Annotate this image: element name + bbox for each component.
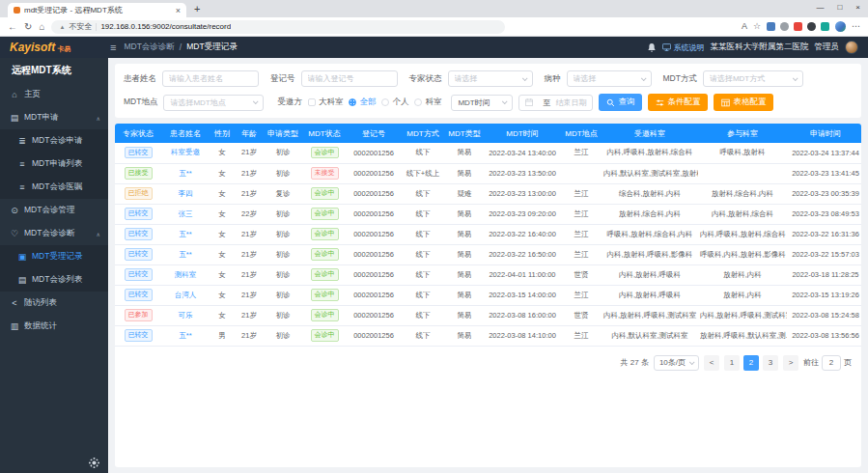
register-no-input[interactable] xyxy=(301,70,398,87)
extension-blue-icon[interactable] xyxy=(767,22,775,31)
table-row[interactable]: 已参加可乐女21岁初诊会诊中0002001256线下简易2022-03-08 1… xyxy=(115,305,861,325)
sidebar-item-2[interactable]: ▤MDT申请∧ xyxy=(0,106,108,129)
expert-status-tag-td: 已转交 xyxy=(115,264,161,285)
read-aloud-icon[interactable]: A xyxy=(742,22,747,31)
sidebar-toggle-icon[interactable]: ≡ xyxy=(110,42,116,53)
bookmark-star-icon[interactable]: ☆ xyxy=(753,22,761,31)
patient-name-link-td: 台湾人 xyxy=(161,285,210,305)
table-row[interactable]: 已转交科室受邀女21岁初诊会诊中0002001256线下简易2022-03-24… xyxy=(115,143,861,163)
back-icon[interactable]: ← xyxy=(8,22,17,32)
condition-config-button[interactable]: 条件配置 xyxy=(648,94,708,111)
browser-tab[interactable]: mdt受理记录 - 远程MDT系统 × xyxy=(8,3,186,17)
prev-page-button[interactable]: < xyxy=(704,355,719,371)
extension-red-icon[interactable] xyxy=(794,22,802,31)
sidebar-item-1[interactable]: ⌂主页 xyxy=(0,83,108,106)
window-close-button[interactable]: × xyxy=(855,3,860,12)
mdt-time-select[interactable]: MDT时间 xyxy=(451,95,513,111)
refresh-icon[interactable]: ↻ xyxy=(24,22,32,32)
address-bar[interactable]: ▲ 不安全 192.168.0.156:9002/consultate/reco… xyxy=(51,20,505,34)
radio-department[interactable]: 科室 xyxy=(414,97,441,108)
page-button-2[interactable]: 2 xyxy=(743,355,759,371)
sidebar-item-10[interactable]: <随访列表 xyxy=(0,292,108,315)
browser-profile-avatar[interactable] xyxy=(835,21,846,32)
patient-name-link[interactable]: 可乐 xyxy=(179,311,193,320)
page-button-3[interactable]: 3 xyxy=(763,355,778,371)
patient-name-link[interactable]: 李四 xyxy=(179,189,193,198)
settings-gear-icon[interactable] xyxy=(89,458,99,468)
window-maximize-button[interactable]: □ xyxy=(837,3,842,12)
big-dept-checkbox-label: 大科室 xyxy=(319,97,344,108)
radio-personal[interactable]: 个人 xyxy=(381,97,408,108)
next-page-button[interactable]: > xyxy=(783,355,798,371)
chevron-up-icon: ∧ xyxy=(97,115,100,122)
radio-all[interactable]: 全部 xyxy=(349,97,376,108)
expert-status-tag: 已转交 xyxy=(125,208,153,219)
mdt-location-select[interactable]: 请选择MDT地点 xyxy=(163,95,264,111)
patient-name-link[interactable]: 科室受邀 xyxy=(171,148,200,156)
sidebar-item-9[interactable]: ▤MDT会诊列表 xyxy=(0,268,108,292)
expert-status-tag: 已拒绝 xyxy=(125,187,153,199)
table-config-icon xyxy=(721,98,730,107)
new-tab-button[interactable]: + xyxy=(194,4,200,14)
patient-name-link[interactable]: 台湾人 xyxy=(175,291,197,299)
patient-name-link[interactable]: 张三 xyxy=(179,209,193,218)
date-range-picker[interactable]: 至 结束日期 xyxy=(518,95,593,111)
goto-page-input[interactable] xyxy=(822,355,841,371)
expert-status-tag: 已接受 xyxy=(125,167,153,179)
browser-menu-icon[interactable]: ⋯ xyxy=(852,22,860,31)
mdt-mode-cell-td: 线下 xyxy=(401,285,445,305)
table-config-button[interactable]: 表格配置 xyxy=(714,94,773,111)
page-size-select[interactable]: 10条/页 xyxy=(654,355,699,371)
patient-name-input[interactable] xyxy=(162,70,259,87)
page-button-1[interactable]: 1 xyxy=(724,355,740,371)
sidebar-item-11[interactable]: ▥数据统计 xyxy=(0,315,108,338)
table-row[interactable]: 已转交台湾人女21岁初诊会诊中0002001256线下简易2022-03-15 … xyxy=(115,285,861,305)
column-header-10: MDT时间 xyxy=(484,124,561,143)
table-row[interactable]: 已拒绝李四女21岁复诊会诊中0002001256线下疑难2022-03-23 1… xyxy=(115,183,861,204)
patient-name-link[interactable]: 五** xyxy=(179,169,191,178)
table-row[interactable]: 已转交张三女22岁初诊会诊中0002001256线下简易2022-03-23 0… xyxy=(115,204,861,224)
expert-status-select[interactable]: 请选择 xyxy=(448,70,533,87)
patient-name-link[interactable]: 五** xyxy=(179,331,191,340)
user-avatar[interactable] xyxy=(845,41,858,54)
register-no-cell-td: 0002001256 xyxy=(347,264,401,285)
notification-bell-icon[interactable] xyxy=(647,42,657,53)
window-minimize-button[interactable]: — xyxy=(816,3,824,12)
chevron-down-icon xyxy=(502,98,508,104)
extension-teal-icon[interactable] xyxy=(821,22,829,31)
disease-select[interactable]: 请选择 xyxy=(567,70,652,87)
patient-name-link[interactable]: 五** xyxy=(179,230,191,238)
sidebar-item-3[interactable]: ≣MDT会诊申请 xyxy=(0,129,108,153)
table-row[interactable]: 已转交五**女21岁初诊会诊中0002001256线下简易2022-03-22 … xyxy=(115,224,861,244)
mdt-type-cell-td: 简易 xyxy=(445,285,484,305)
patient-name-link[interactable]: 五** xyxy=(179,250,191,259)
sidebar-item-8[interactable]: ▣MDT受理记录 xyxy=(0,245,108,268)
patient-name-link[interactable]: 测科室 xyxy=(175,270,197,279)
sidebar-item-6[interactable]: ⊙MDT会诊管理 xyxy=(0,199,108,222)
sidebar-item-label: MDT会诊医嘱 xyxy=(32,181,82,193)
system-note-link[interactable]: 系统说明 xyxy=(662,42,705,53)
mdt-mode-cell-td: 线下 xyxy=(401,204,445,224)
records-table: 专家状态患者姓名性别年龄申请类型MDT状态登记号MDT方式MDT类型MDT时间M… xyxy=(115,124,861,347)
page-buttons: 123 xyxy=(724,355,778,371)
table-row[interactable]: 已转交测科室女21岁初诊会诊中0002001256线下简易2022-04-01 … xyxy=(115,264,861,285)
goto-unit: 页 xyxy=(844,357,852,368)
table-row[interactable]: 已接受五**女21岁初诊未接受0002001256线下+线上简易2022-03-… xyxy=(115,163,861,183)
tab-close-icon[interactable]: × xyxy=(176,6,181,15)
table-row[interactable]: 已转交五**男21岁初诊会诊中0002001256线下简易2022-03-08 … xyxy=(115,325,861,346)
search-button[interactable]: 查询 xyxy=(599,94,642,111)
sidebar-item-7[interactable]: ♡MDT会诊诊断∧ xyxy=(0,222,108,245)
sidebar-item-5[interactable]: ≡MDT会诊医嘱 xyxy=(0,176,108,199)
mdt-mode-select[interactable]: 请选择MDT方式 xyxy=(703,70,803,87)
big-dept-checkbox[interactable]: 大科室 xyxy=(308,97,344,108)
extension-gray-icon[interactable] xyxy=(780,22,789,31)
sidebar-item-label: MDT会诊列表 xyxy=(32,274,82,286)
extension-dark-icon[interactable] xyxy=(807,22,816,31)
filter-row-1: 患者姓名 登记号 专家状态 请选择 病种 请选择 MDT方式 xyxy=(124,70,853,87)
age-cell-td: 21岁 xyxy=(235,224,264,244)
table-row[interactable]: 已转交五**女21岁初诊会诊中0002001256线下简易2022-03-22 … xyxy=(115,244,861,264)
sidebar-item-4[interactable]: ≡MDT申请列表 xyxy=(0,153,108,176)
mdt-mode-cell-td: 线下 xyxy=(401,224,445,244)
record-icon: ▣ xyxy=(17,252,27,262)
home-icon[interactable]: ⌂ xyxy=(39,22,44,32)
